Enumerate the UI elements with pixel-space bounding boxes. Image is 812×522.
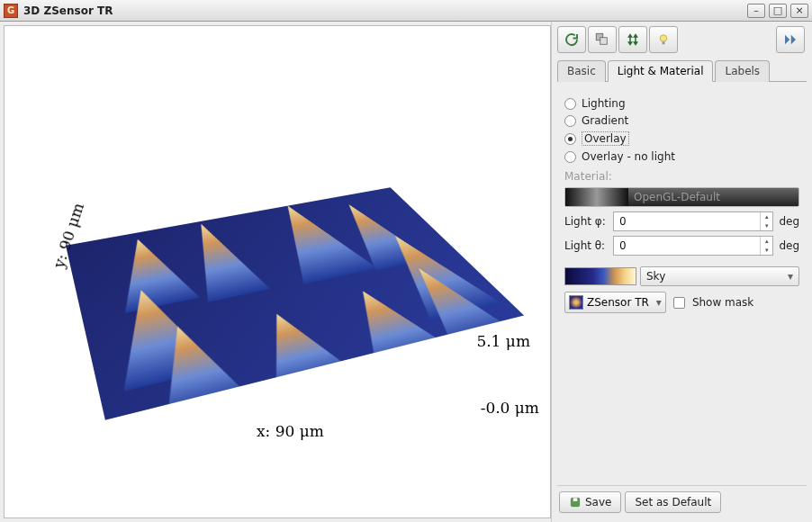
layers-icon	[594, 32, 610, 48]
svg-rect-5	[573, 498, 578, 501]
z-min-label: -0.0 μm	[481, 399, 539, 417]
light-phi-input[interactable]: ▴▾	[613, 212, 773, 231]
tab-light-material[interactable]: Light & Material	[608, 60, 714, 82]
radio-dot-icon	[564, 115, 576, 127]
fast-forward-icon	[782, 32, 798, 48]
gradient-preview	[564, 267, 636, 285]
radio-label: Gradient	[582, 114, 628, 127]
tab-content: Lighting Gradient Overlay Overlay - no l…	[557, 82, 807, 485]
material-selector: OpenGL-Default	[564, 187, 799, 207]
lightbulb-icon	[655, 32, 672, 48]
close-button[interactable]: ×	[790, 4, 808, 18]
radio-label: Overlay	[582, 131, 629, 146]
side-panel: Basic Light & Material Labels Lighting G…	[551, 22, 812, 522]
spin-up-icon[interactable]: ▴	[761, 237, 772, 246]
light-phi-label: Light φ:	[564, 215, 608, 228]
radio-label: Lighting	[582, 97, 626, 110]
3d-surface	[66, 187, 524, 420]
light-theta-label: Light θ:	[564, 239, 608, 252]
spin-down-icon[interactable]: ▾	[761, 246, 772, 255]
toolbar	[557, 25, 807, 54]
light-theta-unit: deg	[779, 239, 799, 252]
svg-rect-3	[663, 41, 665, 44]
light-theta-field[interactable]	[614, 237, 760, 255]
refresh-button[interactable]	[557, 26, 586, 53]
radio-label: Overlay - no light	[582, 150, 675, 163]
app-icon: G	[4, 4, 18, 18]
spin-down-icon[interactable]: ▾	[761, 221, 772, 230]
light-phi-unit: deg	[779, 215, 799, 228]
titlebar: G 3D ZSensor TR – □ ×	[0, 0, 812, 22]
radio-dot-icon	[564, 98, 576, 110]
gradient-selector[interactable]: Sky	[640, 266, 799, 286]
set-default-button[interactable]: Set as Default	[625, 491, 721, 513]
material-name: OpenGL-Default	[634, 191, 720, 203]
material-label: Material:	[564, 170, 618, 183]
x-axis-label: x: 90 μm	[257, 422, 324, 440]
scale-button[interactable]	[618, 26, 647, 53]
tab-basic[interactable]: Basic	[557, 60, 606, 82]
radio-overlay-no-light[interactable]: Overlay - no light	[564, 150, 799, 163]
tabs: Basic Light & Material Labels	[557, 59, 807, 82]
window-title: 3D ZSensor TR	[23, 4, 747, 17]
source-selector[interactable]: ZSensor TR	[564, 292, 666, 313]
radio-dot-icon	[564, 151, 576, 163]
show-mask-label: Show mask	[692, 296, 753, 309]
save-button-label: Save	[585, 496, 611, 508]
radio-dot-icon	[564, 133, 576, 145]
svg-point-2	[660, 35, 667, 42]
layers-button[interactable]	[588, 26, 617, 53]
radio-gradient[interactable]: Gradient	[564, 114, 799, 127]
maximize-button[interactable]: □	[769, 4, 787, 18]
radio-lighting[interactable]: Lighting	[564, 97, 799, 110]
z-max-label: 5.1 μm	[476, 332, 530, 350]
source-name: ZSensor TR	[587, 296, 649, 309]
set-default-button-label: Set as Default	[635, 496, 711, 508]
lighting-button[interactable]	[649, 26, 678, 53]
show-mask-checkbox[interactable]	[673, 297, 685, 309]
fast-forward-button[interactable]	[776, 26, 805, 53]
3d-view-pane[interactable]: y: 90 μm x: 90 μm 5.1 μm -0.0 μm	[4, 25, 551, 518]
light-phi-field[interactable]	[614, 212, 760, 230]
svg-rect-1	[600, 38, 608, 45]
spin-up-icon[interactable]: ▴	[761, 212, 772, 221]
minimize-button[interactable]: –	[747, 4, 765, 18]
light-theta-input[interactable]: ▴▾	[613, 236, 773, 256]
material-preview	[565, 188, 628, 206]
bottom-buttons: Save Set as Default	[557, 485, 807, 518]
refresh-icon	[564, 32, 580, 48]
source-thumbnail	[569, 295, 583, 310]
gradient-name: Sky	[646, 270, 665, 283]
radio-overlay[interactable]: Overlay	[564, 131, 799, 146]
save-button[interactable]: Save	[559, 491, 621, 513]
up-down-arrows-icon	[625, 32, 641, 48]
save-icon	[569, 496, 582, 508]
tab-labels[interactable]: Labels	[715, 60, 770, 82]
